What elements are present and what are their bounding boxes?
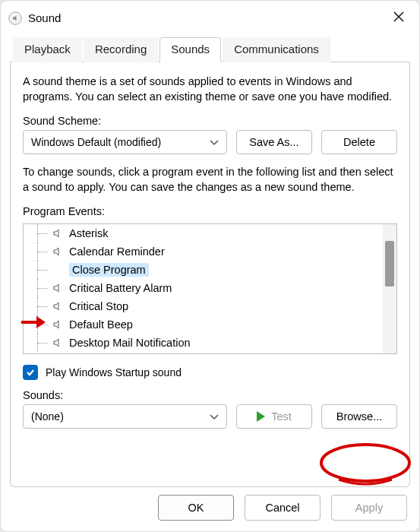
program-events-listbox[interactable]: Asterisk Calendar Reminder Close Program bbox=[23, 223, 397, 354]
event-item-default-beep[interactable]: Default Beep bbox=[24, 315, 383, 334]
program-events-label: Program Events: bbox=[23, 205, 397, 217]
tab-communications[interactable]: Communications bbox=[223, 37, 330, 62]
sound-scheme-select[interactable]: Windows Default (modified) bbox=[23, 130, 227, 154]
event-item-close-program[interactable]: Close Program bbox=[24, 261, 383, 279]
speaker-icon bbox=[51, 246, 65, 257]
speaker-icon bbox=[51, 228, 65, 239]
sound-dialog: Sound Playback Recording Sounds Communic… bbox=[0, 0, 420, 532]
ok-button[interactable]: OK bbox=[158, 495, 234, 521]
theme-description: A sound theme is a set of sounds applied… bbox=[23, 74, 397, 104]
titlebar: Sound bbox=[1, 1, 419, 33]
browse-button[interactable]: Browse... bbox=[321, 404, 397, 429]
sound-scheme-value: Windows Default (modified) bbox=[31, 136, 161, 148]
dialog-title: Sound bbox=[28, 11, 61, 24]
speaker-icon bbox=[51, 319, 65, 330]
play-startup-checkbox[interactable] bbox=[23, 365, 38, 380]
sounds-select[interactable]: (None) bbox=[23, 404, 227, 429]
tab-sounds[interactable]: Sounds bbox=[159, 37, 221, 62]
sounds-label: Sounds: bbox=[23, 389, 397, 401]
speaker-icon bbox=[51, 283, 65, 293]
play-startup-label: Play Windows Startup sound bbox=[46, 366, 182, 378]
test-button[interactable]: Test bbox=[236, 404, 312, 429]
speaker-icon bbox=[51, 301, 65, 312]
chevron-down-icon bbox=[210, 136, 219, 148]
sound-scheme-label: Sound Scheme: bbox=[23, 115, 397, 127]
dialog-button-bar: OK Cancel Apply bbox=[1, 487, 419, 531]
tab-bar: Playback Recording Sounds Communications bbox=[10, 36, 410, 62]
event-item-critical-battery-alarm[interactable]: Critical Battery Alarm bbox=[24, 279, 383, 297]
save-as-button[interactable]: Save As... bbox=[236, 130, 312, 154]
close-button[interactable] bbox=[386, 7, 412, 29]
sounds-pane: A sound theme is a set of sounds applied… bbox=[10, 62, 410, 487]
apply-button[interactable]: Apply bbox=[331, 495, 407, 521]
play-icon bbox=[257, 411, 265, 422]
chevron-down-icon bbox=[210, 410, 219, 423]
scrollbar-thumb[interactable] bbox=[385, 241, 394, 287]
event-item-critical-stop[interactable]: Critical Stop bbox=[24, 297, 383, 315]
events-scrollbar[interactable] bbox=[383, 224, 396, 353]
cancel-button[interactable]: Cancel bbox=[245, 495, 321, 521]
event-item-calendar-reminder[interactable]: Calendar Reminder bbox=[24, 242, 383, 261]
change-description: To change sounds, click a program event … bbox=[23, 165, 397, 195]
delete-button[interactable]: Delete bbox=[321, 130, 397, 154]
tab-playback[interactable]: Playback bbox=[13, 37, 82, 62]
event-item-asterisk[interactable]: Asterisk bbox=[24, 224, 383, 242]
tab-recording[interactable]: Recording bbox=[84, 37, 158, 62]
sound-icon bbox=[8, 11, 22, 25]
event-item-desktop-mail-notification[interactable]: Desktop Mail Notification bbox=[24, 334, 383, 352]
speaker-icon bbox=[51, 337, 65, 348]
sounds-value: (None) bbox=[31, 410, 64, 423]
